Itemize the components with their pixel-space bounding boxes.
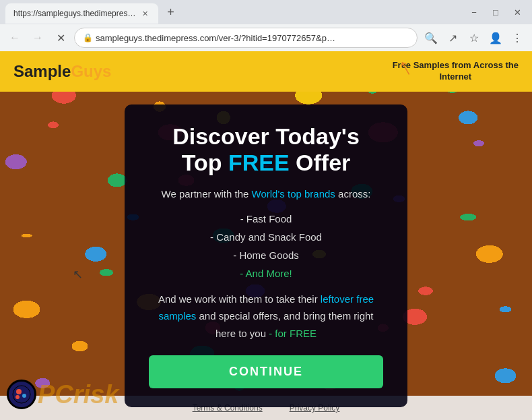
share-icon[interactable]: ↗	[443, 28, 462, 47]
forward-button[interactable]: →	[28, 28, 47, 47]
modal-intro-text: We partner with the World's top brands a…	[149, 185, 383, 203]
website-content: SampleGuys ↑ Free Samples from Across th…	[0, 51, 532, 420]
pcrisk-icon	[7, 380, 36, 409]
minimize-button[interactable]: −	[465, 3, 484, 22]
modal-headline: Discover Today's Top FREE Offer	[149, 123, 383, 176]
reload-button[interactable]: ✕	[51, 28, 70, 47]
back-button[interactable]: ←	[5, 28, 24, 47]
logo-sample: Sample	[13, 62, 71, 80]
modal-paragraph: And we work with them to take their left…	[149, 291, 383, 342]
bookmark-icon[interactable]: ☆	[465, 28, 484, 47]
list-item: - Candy and Snack Food	[149, 228, 383, 246]
new-tab-button[interactable]: +	[161, 3, 180, 22]
pcrisk-watermark: PCrisk	[7, 380, 119, 409]
list-item: - Fast Food	[149, 210, 383, 228]
list-item: - And More!	[149, 264, 383, 282]
url-text: sampleguys.thedimepress.com/ver-3/?hitid…	[96, 33, 409, 43]
lock-icon: 🔒	[83, 33, 93, 42]
site-logo: SampleGuys	[13, 62, 111, 81]
svg-point-2	[22, 394, 26, 398]
maximize-button[interactable]: □	[486, 3, 505, 22]
continue-button[interactable]: CONTINUE	[149, 355, 383, 388]
menu-icon[interactable]: ⋮	[508, 28, 527, 47]
svg-point-1	[16, 389, 22, 394]
tab-close-button[interactable]: ✕	[139, 8, 150, 19]
site-header: SampleGuys ↑ Free Samples from Across th…	[0, 51, 532, 92]
modal-overlay: Discover Today's Top FREE Offer We partn…	[0, 92, 532, 420]
svg-point-0	[13, 386, 30, 403]
address-bar-row: ← → ✕ 🔒 sampleguys.thedimepress.com/ver-…	[0, 24, 532, 51]
pcrisk-logo-text: PCrisk	[38, 380, 119, 409]
title-bar: https://sampleguys.thedimepres… ✕ + − □ …	[0, 0, 532, 24]
browser-tab[interactable]: https://sampleguys.thedimepres… ✕	[5, 3, 158, 24]
modal-list: - Fast Food - Candy and Snack Food - Hom…	[149, 210, 383, 282]
search-icon[interactable]: 🔍	[422, 28, 440, 47]
logo-guys: Guys	[71, 62, 111, 80]
svg-point-3	[15, 395, 20, 399]
close-window-button[interactable]: ✕	[508, 3, 527, 22]
list-item: - Home Goods	[149, 246, 383, 264]
address-bar[interactable]: 🔒 sampleguys.thedimepress.com/ver-3/?hit…	[74, 28, 418, 48]
tab-title: https://sampleguys.thedimepres…	[13, 9, 135, 18]
window-controls: − □ ✕	[465, 3, 527, 22]
browser-chrome: https://sampleguys.thedimepres… ✕ + − □ …	[0, 0, 532, 51]
toolbar-icons: 🔍 ↗ ☆ 👤 ⋮	[422, 28, 527, 47]
modal-box: Discover Today's Top FREE Offer We partn…	[125, 104, 407, 407]
profile-icon[interactable]: 👤	[486, 28, 505, 47]
